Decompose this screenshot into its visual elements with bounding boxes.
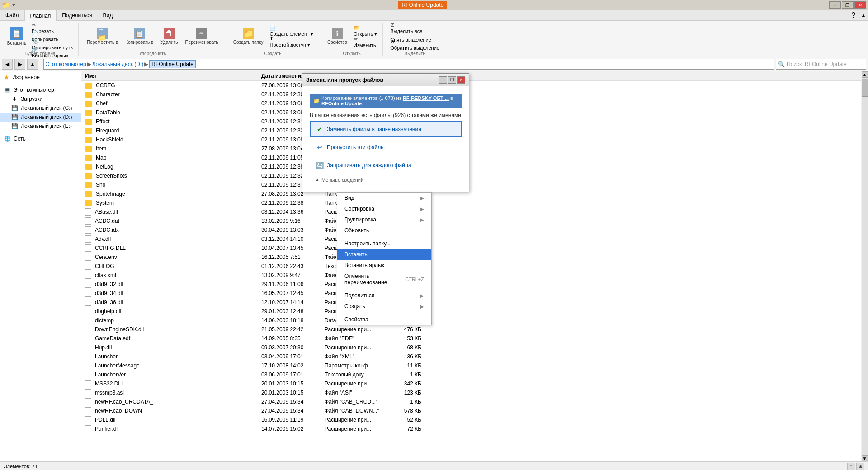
file-name: Launcher	[81, 353, 258, 360]
table-row[interactable]: CCRFG 27.08.2009 13:06 Папка с файлами	[81, 81, 861, 90]
table-row[interactable]: ABuse.dll 03.12.2004 13:36 Расширение пр…	[81, 207, 861, 216]
invert-btn[interactable]: ⊘ Обратить выделение	[388, 41, 441, 49]
table-row[interactable]: dbghelp.dll 29.01.2003 12:48 Расширение …	[81, 307, 861, 316]
table-row[interactable]: d3d9_36.dll 12.10.2007 14:14 Расширение …	[81, 298, 861, 307]
file-name-text: ScreenShots	[96, 173, 127, 179]
table-row[interactable]: ACDC.idx 30.04.2009 13:03 Файл "IDX" 3 К…	[81, 226, 861, 235]
view-details-btn[interactable]: ⊞	[856, 463, 864, 470]
table-row[interactable]: Adv.dll 03.12.2004 14:10 Расширение при.…	[81, 235, 861, 244]
table-row[interactable]: CHLOG 01.12.2006 22:43 Текстовый доку...…	[81, 262, 861, 271]
new-folder-btn[interactable]: 📁 Создать папку	[231, 24, 266, 49]
tab-share[interactable]: Поделиться	[57, 10, 97, 20]
table-row[interactable]: newRF.cab_DOWN_ 27.04.2009 15:34 Файл "C…	[81, 406, 861, 415]
select-none-btn[interactable]: ☐ Снять выделение	[388, 33, 441, 41]
table-row[interactable]: ScreenShots 02.11.2009 12:32 Папка с фай…	[81, 171, 861, 180]
table-row[interactable]: d3d9_32.dll 29.11.2006 11:06 Расширение …	[81, 280, 861, 289]
favorites-label: Избранное	[12, 74, 40, 80]
tab-file[interactable]: Файл	[0, 10, 24, 20]
table-row[interactable]: CCRFG.DLL 10.04.2007 13:45 Расширение пр…	[81, 244, 861, 253]
table-row[interactable]: NetLog 02.11.2009 12:38 Папка с файлами	[81, 162, 861, 171]
scroll-up[interactable]: ▲	[862, 71, 868, 78]
table-row[interactable]: Effect 02.11.2009 12:31 Папка с файлами	[81, 117, 861, 126]
open-btn[interactable]: 📂 Открыть ▾	[352, 27, 379, 35]
col-date[interactable]: Дата изменения	[258, 71, 321, 80]
table-row[interactable]: Launcher 03.04.2009 17:01 Файл "XML" 36 …	[81, 352, 861, 361]
scroll-down[interactable]: ▼	[862, 455, 868, 461]
scroll-thumb[interactable]	[862, 79, 868, 97]
table-row[interactable]: GameData.edf 14.09.2005 8:35 Файл "EDF" …	[81, 334, 861, 343]
sidebar-local-c[interactable]: 💾 Локальный диск (C:)	[0, 103, 81, 113]
table-row[interactable]: LauncherMessage 17.10.2008 14:02 Парамет…	[81, 361, 861, 370]
nav-up[interactable]: ▲	[27, 59, 38, 70]
file-type: Папка с файлами	[321, 118, 389, 125]
table-row[interactable]: newRF.cab_CRCDATA_ 27.04.2009 15:34 Файл…	[81, 397, 861, 406]
minimize-btn[interactable]: ─	[829, 1, 841, 9]
table-row[interactable]: mssmp3.asi 20.01.2003 10:15 Файл "ASI" 1…	[81, 388, 861, 397]
table-row[interactable]: MSS32.DLL 20.01.2003 10:15 Расширение пр…	[81, 379, 861, 388]
breadcrumb-disk[interactable]: Локальный диск (D:)	[92, 61, 144, 67]
nav-back[interactable]: ◀	[2, 59, 13, 70]
sidebar-this-computer[interactable]: 💻 Этот компьютер	[0, 85, 81, 94]
scroll-track[interactable]	[862, 78, 868, 455]
table-row[interactable]: cltax.xmf 13.02.2009 9:47 Файл "XMF" 14 …	[81, 271, 861, 280]
clipboard-buttons: 📋 Вставить ✂ Вырезать 📄 Копировать 📎 Ско…	[5, 23, 75, 50]
ribbon-help[interactable]: ?	[848, 10, 859, 20]
search-text[interactable]: Поиск: RFOnline Update	[787, 61, 847, 67]
close-btn[interactable]: ✕	[854, 1, 866, 9]
table-row[interactable]: Chef 02.11.2009 13:08 Папка с файлами	[81, 99, 861, 108]
table-row[interactable]: Map 02.11.2009 11:05 Папка с файлами	[81, 153, 861, 162]
breadcrumb-current[interactable]: RFOnline Update	[149, 60, 196, 68]
table-row[interactable]: DownEngineSDK.dll 21.05.2009 22:42 Расши…	[81, 325, 861, 334]
table-row[interactable]: Cera.env 16.12.2005 7:51 Файл "ENV" 1 КБ	[81, 253, 861, 262]
restore-btn[interactable]: ❐	[842, 1, 854, 9]
edit-btn[interactable]: ✏ Изменить	[352, 38, 379, 46]
table-row[interactable]: Fireguard 02.11.2009 12:32 Папка с файла…	[81, 126, 861, 135]
table-row[interactable]: Snd 02.11.2009 12:37 Папка с файлами	[81, 180, 861, 189]
table-row[interactable]: LauncherVer 03.06.2009 17:01 Текстовый д…	[81, 370, 861, 379]
table-row[interactable]: dlctemp 14.06.2003 18:18 Data Base File …	[81, 316, 861, 325]
status-bar: Элементов: 71 ≡ ⊞	[0, 461, 868, 470]
sidebar-downloads[interactable]: ⬇ Загрузки	[0, 94, 81, 103]
table-row[interactable]: ACDC.dat 13.02.2009 9:16 Файл "DAT" 707 …	[81, 216, 861, 226]
table-row[interactable]: d3d9_34.dll 16.05.2007 12:45 Расширение …	[81, 289, 861, 298]
properties-btn[interactable]: ℹ Свойства	[325, 24, 350, 49]
rename-btn[interactable]: ✏ Переименовать	[182, 24, 221, 49]
view-list-btn[interactable]: ≡	[847, 463, 855, 470]
tab-view[interactable]: Вид	[97, 10, 118, 20]
file-name: SpriteImage	[81, 191, 258, 197]
paste-btn[interactable]: 📋 Вставить	[5, 24, 28, 49]
table-row[interactable]: Character 02.11.2009 12:30 Папка с файла…	[81, 90, 861, 99]
table-row[interactable]: Hup.dll 09.03.2007 20:30 Расширение при.…	[81, 343, 861, 352]
table-row[interactable]: Item 27.08.2009 13:04 Папка с файлами	[81, 144, 861, 153]
ribbon-collapse[interactable]: ▲	[859, 10, 868, 20]
col-type[interactable]: Тип	[321, 71, 389, 80]
move-btn[interactable]: →📁 Переместить в	[84, 24, 121, 49]
create-label: Создать	[264, 50, 281, 56]
copy-to-btn[interactable]: 📋 Копировать в	[123, 24, 156, 49]
select-label: Выделить	[405, 50, 425, 56]
sidebar-local-d[interactable]: 💾 Локальный диск (D:)	[0, 113, 81, 122]
file-list: CCRFG 27.08.2009 13:06 Папка с файлами C…	[81, 81, 861, 461]
tab-home[interactable]: Главная	[24, 10, 57, 21]
easy-access-btn[interactable]: ⬆ Простой доступ ▾	[268, 38, 315, 46]
delete-btn[interactable]: 🗑 Удалить	[158, 24, 180, 49]
nav-forward[interactable]: ▶	[14, 59, 25, 70]
new-item-btn[interactable]: 📄 Создать элемент ▾	[268, 27, 315, 35]
file-icon	[85, 217, 91, 225]
breadcrumb-computer[interactable]: Этот компьютер	[46, 61, 86, 67]
col-size[interactable]: Размер	[389, 71, 425, 80]
table-row[interactable]: System 02.11.2009 12:38 Папка с файлами	[81, 198, 861, 207]
sidebar-network[interactable]: 🌐 Сеть	[0, 134, 81, 143]
table-row[interactable]: SpriteImage 27.08.2009 13:02 Папка с фай…	[81, 189, 861, 198]
table-row[interactable]: PDLL.dll 16.09.2009 11:19 Расширение при…	[81, 415, 861, 424]
select-all-btn[interactable]: ☑ Выделить все	[388, 24, 441, 32]
col-name[interactable]: Имя	[81, 71, 258, 80]
table-row[interactable]: DataTable 02.11.2009 13:08 Папка с файла…	[81, 108, 861, 117]
scrollbar[interactable]: ▲ ▼	[861, 71, 868, 461]
file-name-text: Chef	[96, 100, 107, 107]
file-date: 20.01.2003 10:15	[258, 381, 321, 387]
table-row[interactable]: Purifier.dll 14.07.2005 15:02 Расширение…	[81, 424, 861, 433]
table-row[interactable]: HackShield 02.11.2009 13:08 Папка с файл…	[81, 135, 861, 144]
disk-e-icon: 💾	[11, 122, 18, 130]
sidebar-local-e[interactable]: 💾 Локальный диск (E:)	[0, 122, 81, 131]
